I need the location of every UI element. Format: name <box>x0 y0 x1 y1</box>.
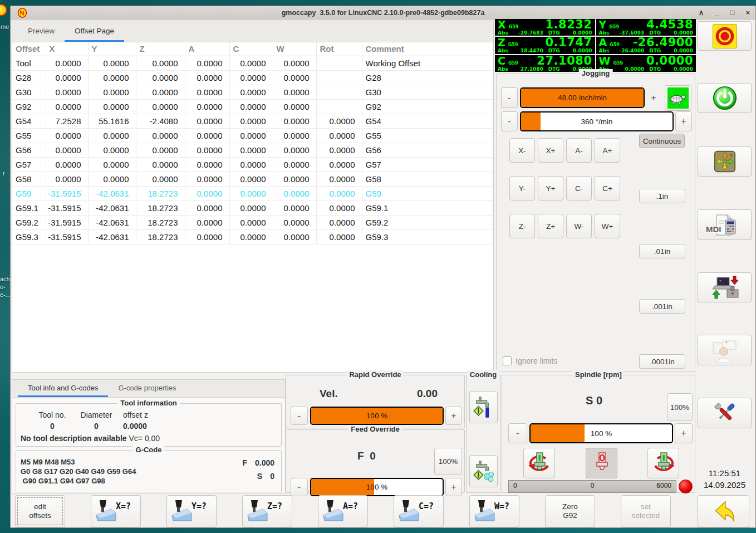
offset-cell[interactable]: 0.0000 <box>273 172 316 186</box>
table-row[interactable]: G59.3-31.5915-42.063118.27230.00000.0000… <box>12 229 493 244</box>
offset-cell[interactable]: 0.0000 <box>316 114 362 128</box>
offset-cell[interactable]: G59 <box>12 186 46 201</box>
offset-cell[interactable]: G57 <box>12 157 46 172</box>
jog-button-z-minus[interactable]: Z- <box>509 214 535 238</box>
jog-button-x-minus[interactable]: X- <box>509 138 535 163</box>
offset-cell[interactable]: -31.5915 <box>46 186 88 201</box>
dro-axis-z[interactable]: ZG590.1747Abs18.4470DTG0.0000 <box>495 37 595 53</box>
set-selected-button[interactable]: setselected <box>621 495 671 527</box>
offset-cell[interactable]: Tool <box>12 56 46 70</box>
offset-cell[interactable]: 0.0000 <box>229 143 273 157</box>
offset-cell[interactable]: 0.0000 <box>185 114 229 128</box>
offset-cell[interactable]: 0.0000 <box>185 229 229 244</box>
offset-cell[interactable]: G55 <box>12 128 46 143</box>
zero-g92-button[interactable]: ZeroG92 <box>545 495 595 527</box>
table-row[interactable]: G580.00000.00000.00000.00000.00000.00000… <box>12 172 493 186</box>
offset-cell[interactable]: G59.3 <box>362 229 493 244</box>
offset-cell[interactable]: 0.0000 <box>229 99 273 114</box>
tab-gcode-properties[interactable]: G-code properties <box>108 380 186 397</box>
increment-button-.001in[interactable]: .001in <box>639 299 685 314</box>
offset-cell[interactable]: 0.0000 <box>136 157 185 172</box>
offset-cell[interactable]: G55 <box>362 128 493 143</box>
offset-cell[interactable]: 18.2723 <box>136 215 185 229</box>
dro-axis-x[interactable]: XG591.8232Abs-29.7683DTG0.0000 <box>495 19 595 36</box>
table-row[interactable]: G59.1-31.5915-42.063118.27230.00000.0000… <box>12 201 493 215</box>
offset-cell[interactable]: 18.2723 <box>136 229 185 244</box>
feed-override-minus-button[interactable]: - <box>291 478 308 496</box>
offset-cell[interactable]: 0.0000 <box>185 201 229 215</box>
offset-cell[interactable]: 0.0000 <box>229 56 273 70</box>
offset-cell[interactable]: -31.5915 <box>46 201 88 215</box>
offset-cell[interactable]: 0.0000 <box>136 85 185 99</box>
offset-cell[interactable]: 0.0000 <box>316 172 362 186</box>
offset-cell[interactable]: G30 <box>12 85 46 99</box>
col-header-offset[interactable]: Offset <box>12 42 46 56</box>
col-header-a[interactable]: A <box>185 42 229 56</box>
increment-button-.1in[interactable]: .1in <box>639 189 685 203</box>
offset-cell[interactable]: 0.0000 <box>273 128 316 143</box>
jog-angular-speed-plus-button[interactable]: + <box>675 111 692 131</box>
offset-cell[interactable]: 0.0000 <box>185 143 229 157</box>
rapid-override-minus-button[interactable]: - <box>291 407 308 425</box>
jog-linear-speed-slider[interactable]: 48.00 inch/min <box>520 87 645 108</box>
offset-cell[interactable]: 0.0000 <box>229 186 273 201</box>
jog-button-a-minus[interactable]: A- <box>566 138 592 163</box>
dro-axis-y[interactable]: YG594.4538Abs-37.6093DTG0.0000 <box>596 19 696 36</box>
tab-tool-info[interactable]: Tool info and G-codes <box>18 380 108 397</box>
table-row[interactable]: G59.2-31.5915-42.063118.27230.00000.0000… <box>12 215 493 229</box>
offset-cell[interactable]: 0.0000 <box>316 143 362 157</box>
table-row[interactable]: G570.00000.00000.00000.00000.00000.00000… <box>12 157 493 172</box>
offset-cell[interactable]: 0.0000 <box>185 99 229 114</box>
offset-cell[interactable]: 0.0000 <box>46 157 88 172</box>
rapid-override-plus-button[interactable]: + <box>445 407 462 425</box>
offset-cell[interactable]: G56 <box>362 143 493 157</box>
close-button[interactable]: × <box>745 6 750 19</box>
touch-off-button-x[interactable]: X=? <box>91 495 141 527</box>
mist-coolant-button[interactable] <box>469 455 498 487</box>
table-row[interactable]: Tool0.00000.00000.00000.00000.00000.0000… <box>12 56 493 70</box>
offset-cell[interactable]: 0.0000 <box>88 143 136 157</box>
feed-override-slider[interactable]: 100 % <box>310 478 444 496</box>
offset-cell[interactable]: 0.0000 <box>229 229 273 244</box>
col-header-w[interactable]: W <box>273 42 316 56</box>
minimize-button[interactable]: _ <box>715 6 719 19</box>
mdi-mode-button[interactable]: MDI <box>698 209 752 240</box>
machine-power-button[interactable] <box>698 83 752 113</box>
offset-cell[interactable]: G59.2 <box>362 215 493 229</box>
offset-cell[interactable]: 0.0000 <box>46 56 88 70</box>
dro-axis-a[interactable]: AG59-26.4900Abs-26.4900DTG0.0000 <box>596 37 696 53</box>
offset-cell[interactable] <box>316 70 362 85</box>
jog-button-w-plus[interactable]: W+ <box>595 214 620 238</box>
feed-override-reset-button[interactable]: 100% <box>434 448 462 475</box>
user-login-button[interactable] <box>698 335 752 365</box>
offset-cell[interactable]: G30 <box>362 85 493 99</box>
flood-coolant-button[interactable] <box>469 391 498 423</box>
jog-button-a-plus[interactable]: A+ <box>595 138 620 163</box>
offset-cell[interactable]: G54 <box>362 114 493 128</box>
table-row[interactable]: G547.252855.1616-2.40800.00000.00000.000… <box>12 114 493 128</box>
col-header-y[interactable]: Y <box>88 42 136 56</box>
emergency-stop-button[interactable] <box>698 21 752 51</box>
tab-offset-page[interactable]: Offset Page <box>65 21 124 42</box>
offset-cell[interactable]: 0.0000 <box>229 85 273 99</box>
offset-cell[interactable]: 0.0000 <box>229 215 273 229</box>
offset-cell[interactable]: 0.0000 <box>88 56 136 70</box>
offset-cell[interactable]: 55.1616 <box>88 114 136 128</box>
offset-cell[interactable]: Working Offset <box>362 56 493 70</box>
jog-button-y-minus[interactable]: Y- <box>509 176 535 201</box>
settings-button[interactable] <box>698 398 752 428</box>
offset-cell[interactable]: 0.0000 <box>229 114 273 128</box>
offset-cell[interactable]: 0.0000 <box>316 215 362 229</box>
offset-cell[interactable]: 0.0000 <box>185 70 229 85</box>
offset-cell[interactable]: 0.0000 <box>136 99 185 114</box>
offset-cell[interactable]: G59.3 <box>12 229 46 244</box>
offset-cell[interactable]: G58 <box>362 172 493 186</box>
offset-cell[interactable]: G92 <box>12 99 46 114</box>
offset-cell[interactable]: -2.4080 <box>136 114 185 128</box>
spindle-override-slider[interactable]: 100 % <box>529 423 673 443</box>
increment-button-.0001in[interactable]: .0001in <box>639 354 685 369</box>
offset-cell[interactable]: G28 <box>362 70 493 85</box>
offset-cell[interactable]: 7.2528 <box>46 114 88 128</box>
offset-cell[interactable]: 18.2723 <box>136 201 185 215</box>
spindle-override-minus-button[interactable]: - <box>508 423 527 443</box>
